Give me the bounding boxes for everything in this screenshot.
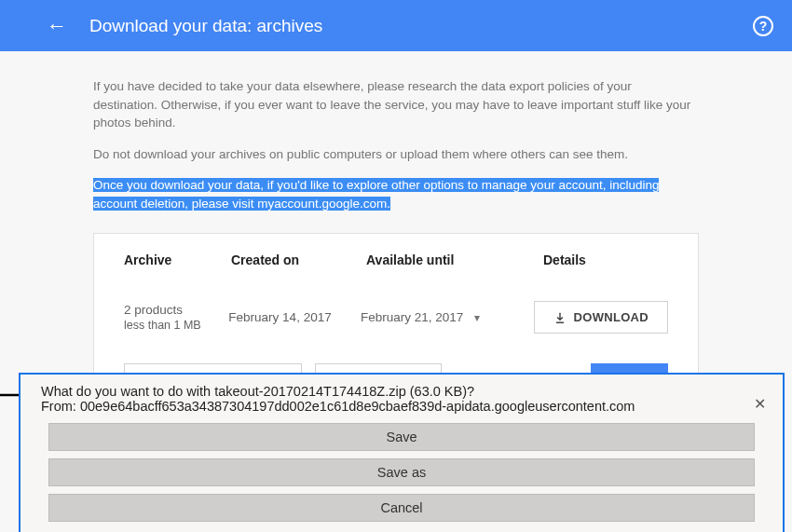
download-icon: [553, 311, 567, 324]
intro-paragraph-1: If you have decided to take your data el…: [93, 77, 699, 132]
highlighted-text: Once you download your data, if you'd li…: [93, 178, 659, 211]
table-row: 2 products less than 1 MB February 14, 2…: [124, 301, 668, 334]
cell-archive: 2 products less than 1 MB: [124, 303, 228, 332]
dialog-question: What do you want to do with takeout-2017…: [41, 384, 762, 399]
back-arrow-icon[interactable]: ←: [47, 14, 67, 38]
chevron-down-icon[interactable]: ▾: [474, 311, 480, 324]
save-as-button[interactable]: Save as: [48, 458, 755, 486]
page-title: Download your data: archives: [89, 16, 753, 36]
close-icon[interactable]: ✕: [754, 395, 766, 413]
header-bar: ← Download your data: archives ?: [0, 0, 792, 51]
available-date: February 21, 2017: [361, 310, 463, 324]
intro-paragraph-3: Once you download your data, if you'd li…: [93, 176, 699, 212]
intro-paragraph-2: Do not download your archives on public …: [93, 145, 699, 164]
content-area: If you have decided to take your data el…: [0, 51, 792, 397]
table-header-row: Archive Created on Available until Detai…: [124, 252, 668, 284]
archive-products: 2 products: [124, 303, 228, 317]
download-label: DOWNLOAD: [574, 310, 649, 324]
col-header-details: Details: [543, 252, 668, 267]
cell-created: February 14, 2017: [228, 310, 361, 324]
dialog-from: From: 00e9e64bacff653a34387304197dd002e1…: [41, 399, 762, 414]
save-button[interactable]: Save: [48, 423, 755, 451]
col-header-created: Created on: [231, 252, 366, 267]
cell-available[interactable]: February 21, 2017 ▾: [361, 310, 534, 324]
download-dialog: ✕ What do you want to do with takeout-20…: [19, 373, 785, 532]
cell-details: DOWNLOAD: [534, 301, 668, 334]
download-button[interactable]: DOWNLOAD: [534, 301, 668, 334]
archive-size: less than 1 MB: [124, 319, 228, 332]
help-icon[interactable]: ?: [753, 16, 773, 36]
cancel-button[interactable]: Cancel: [48, 494, 755, 522]
col-header-available: Available until: [366, 252, 543, 267]
archives-table: Archive Created on Available until Detai…: [124, 252, 668, 334]
col-header-archive: Archive: [124, 252, 231, 267]
